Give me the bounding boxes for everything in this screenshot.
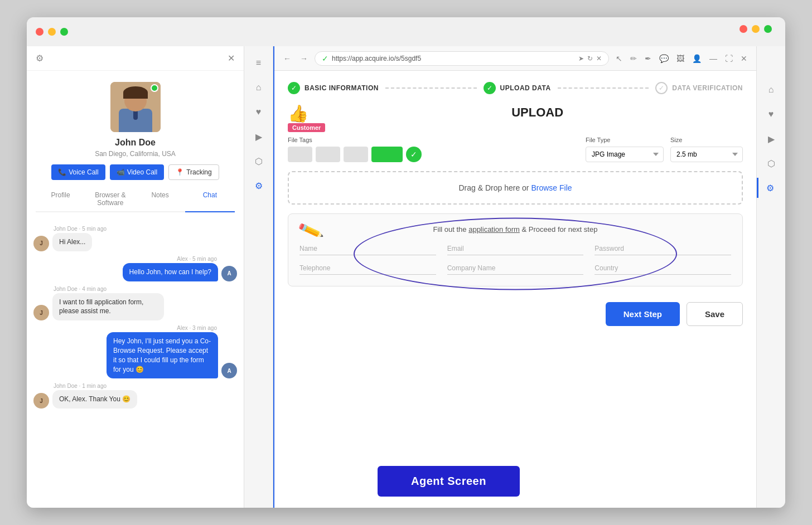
title-bar [27, 17, 785, 46]
settings-icon[interactable]: ⚙ [36, 53, 44, 64]
minimize-tool[interactable]: — [707, 53, 719, 64]
step-2-circle: ✓ [484, 82, 496, 94]
chat-panel: ⚙ ✕ [27, 46, 244, 508]
close-window-dot[interactable] [36, 28, 44, 36]
step-1-label: BASIC INFORMATION [304, 84, 379, 92]
avatar-john-2: J [33, 305, 49, 320]
avatar-john-1: J [33, 236, 49, 251]
email-label: Email [447, 245, 584, 252]
forward-button[interactable]: → [298, 52, 310, 65]
tab-browser-software[interactable]: Browser & Software [85, 187, 135, 212]
tab-chat[interactable]: Chat [185, 187, 235, 212]
close-url-icon[interactable]: ✕ [596, 55, 602, 62]
bubble-1: Hi Alex... [52, 233, 92, 251]
maximize-window-dot[interactable] [60, 28, 68, 36]
right-close-dot[interactable] [740, 25, 747, 33]
main-content: ← → ✓ https://app.acquire.io/s/5sgdf5 ➤ … [274, 46, 756, 508]
minimize-window-dot[interactable] [48, 28, 56, 36]
file-size-select[interactable]: 2.5 mb 5 mb 10 mb [670, 147, 743, 162]
close-chat-icon[interactable]: ✕ [228, 53, 235, 64]
message-2: A Hello John, how can I help? [123, 263, 237, 281]
back-button[interactable]: ← [281, 52, 293, 65]
steps-bar: ✓ BASIC INFORMATION ✓ UPLOAD DATA ✓ DATA… [288, 82, 743, 94]
msg-time-1: John Doe · 5 min ago [54, 226, 107, 232]
sidebar-settings-icon[interactable]: ⚙ [249, 176, 269, 196]
form-card: ✏️ Fill out the application form & Proce… [288, 213, 743, 286]
msg-time-2: Alex · 5 min ago [177, 256, 217, 262]
file-type-section: File Type JPG Image PNG Image PDF [586, 137, 664, 162]
bottom-buttons: Next Step Save [288, 298, 743, 328]
form-row-2: Telephone Company Name Country [299, 264, 731, 275]
right-minimize-dot[interactable] [752, 25, 760, 33]
main-layout: ⚙ ✕ [27, 46, 785, 508]
profile-section: John Doe San Diego, California, USA 📞 Vo… [27, 71, 244, 219]
telephone-label: Telephone [299, 264, 436, 272]
msg-time-4: Alex · 3 min ago [177, 325, 217, 331]
form-card-title: Fill out the application form & Proceed … [299, 225, 731, 234]
customer-badge: Customer [288, 123, 325, 132]
sidebar-heart-icon[interactable]: ♥ [249, 102, 269, 122]
user-name: John Doe [115, 138, 156, 148]
save-button[interactable]: Save [687, 302, 743, 326]
step-2: ✓ UPLOAD DATA [484, 82, 551, 94]
right-maximize-dot[interactable] [764, 25, 772, 33]
middle-icon-sidebar: ≡ ⌂ ♥ ▶ ⬡ ⚙ [244, 46, 273, 508]
step-3: ✓ DATA VERIFICATION [655, 82, 743, 94]
file-size-section: Size 2.5 mb 5 mb 10 mb [670, 137, 743, 162]
action-buttons: 📞 Voice Call 📹 Video Call 📍 Tracking [51, 164, 219, 180]
name-label: Name [299, 245, 436, 252]
file-tags-boxes: ✓ [288, 147, 579, 162]
user-tool[interactable]: 👤 [690, 53, 704, 64]
right-active-border: ⚙ [757, 178, 785, 198]
comment-tool[interactable]: 💬 [657, 53, 671, 64]
step-dash-2 [558, 88, 649, 89]
right-settings-icon[interactable]: ⚙ [758, 178, 779, 198]
message-1: J Hi Alex... [33, 233, 92, 251]
drag-drop-text: Drag & Drop here or [458, 183, 531, 192]
step-2-label: UPLOAD DATA [500, 84, 551, 92]
right-play-icon[interactable]: ▶ [761, 129, 781, 149]
fullscreen-tool[interactable]: ⛶ [723, 53, 735, 64]
avatar-john-3: J [33, 393, 49, 409]
video-call-button[interactable]: 📹 Video Call [110, 164, 164, 180]
tag-box-3 [344, 147, 368, 162]
step-1-circle: ✓ [288, 82, 300, 94]
sidebar-play-icon[interactable]: ▶ [249, 127, 269, 147]
telephone-field: Telephone [299, 264, 436, 275]
avatar-alex-1: A [221, 266, 237, 281]
country-label: Country [594, 264, 731, 272]
step-3-circle: ✓ [655, 82, 668, 94]
sidebar-home-icon[interactable]: ⌂ [249, 77, 269, 98]
next-step-button[interactable]: Next Step [606, 302, 680, 326]
voice-call-button[interactable]: 📞 Voice Call [51, 164, 105, 180]
tab-notes[interactable]: Notes [136, 187, 185, 212]
sidebar-tag-icon[interactable]: ⬡ [249, 151, 269, 171]
draw-tool[interactable]: ✒ [642, 53, 654, 64]
thumbs-up-icon: 👍 [288, 105, 325, 122]
right-home-icon[interactable]: ⌂ [761, 80, 781, 100]
cursor-tool[interactable]: ↖ [613, 53, 625, 64]
url-bar[interactable]: ✓ https://app.acquire.io/s/5sgdf5 ➤ ↻ ✕ [315, 51, 609, 66]
form-row-1: Name Email Password [299, 245, 731, 255]
close-tool[interactable]: ✕ [738, 53, 750, 64]
file-type-select[interactable]: JPG Image PNG Image PDF [586, 147, 664, 162]
tab-profile[interactable]: Profile [36, 187, 85, 212]
image-tool[interactable]: 🖼 [674, 53, 687, 64]
agent-screen-banner: Agent Screen [378, 466, 520, 497]
online-indicator [151, 84, 158, 92]
msg-time-5: John Doe · 1 min ago [54, 383, 107, 389]
phone-icon: 📞 [58, 168, 66, 176]
sidebar-menu-icon[interactable]: ≡ [249, 53, 269, 73]
right-heart-icon[interactable]: ♥ [761, 104, 781, 124]
pen-tool[interactable]: ✏ [628, 53, 639, 64]
bubble-3: I want to fill application form, please … [52, 293, 164, 321]
browse-file-link[interactable]: Browse File [531, 183, 572, 192]
refresh-icon[interactable]: ↻ [587, 55, 593, 62]
email-field: Email [447, 245, 584, 255]
drag-drop-area[interactable]: Drag & Drop here or Browse File [288, 171, 743, 205]
file-type-label: File Type [586, 137, 664, 143]
right-tag-icon[interactable]: ⬡ [761, 153, 781, 173]
chat-header: ⚙ ✕ [27, 46, 244, 71]
msg-time-3: John Doe · 4 min ago [54, 286, 107, 292]
tracking-button[interactable]: 📍 Tracking [168, 164, 219, 180]
